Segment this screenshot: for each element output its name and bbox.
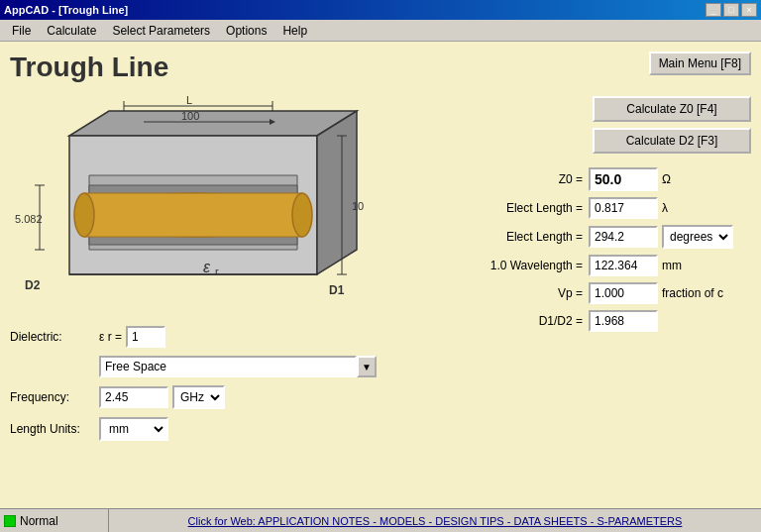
svg-text:ε: ε [203,259,211,275]
close-button[interactable]: × [741,3,757,17]
main-content: Trough Line Main Menu [F8] ε r [0,42,761,508]
length-units-row: Length Units: mm cm inch mil [10,417,377,441]
svg-text:10: 10 [352,200,364,212]
svg-text:r: r [215,266,219,277]
elect-length-lambda-input[interactable] [589,197,658,219]
material-dropdown-container: ▼ [10,356,377,377]
svg-text:L: L [186,96,192,106]
z0-input[interactable] [589,167,658,191]
degrees-select[interactable]: degrees radians [662,225,733,249]
main-menu-button[interactable]: Main Menu [F8] [649,52,751,75]
elect-length-degrees-row: Elect Length = degrees radians [474,225,751,249]
frequency-row: Frequency: GHz MHz [10,385,377,409]
wavelength-label: 1.0 Wavelength = [474,259,583,272]
dielectric-label: Dielectric: [10,330,99,344]
svg-text:D2: D2 [25,278,41,292]
frequency-label: Frequency: [10,390,99,404]
calculate-z0-button[interactable]: Calculate Z0 [F4] [593,96,751,122]
d1d2-row: D1/D2 = [474,310,751,332]
elect-length-degrees-input[interactable] [589,226,658,248]
title-bar-buttons: _ □ × [706,3,757,17]
page-title: Trough Line [10,52,751,83]
bottom-controls: Dielectric: ε r = ▼ Frequency: GHz MHz L… [10,326,377,449]
z0-unit: Ω [662,172,671,186]
calculate-d2-button[interactable]: Calculate D2 [F3] [593,128,751,154]
material-input[interactable] [99,356,357,377]
vp-input[interactable] [589,282,658,304]
menu-file[interactable]: File [4,22,39,40]
menu-calculate[interactable]: Calculate [39,22,104,40]
diagram-area: ε r L 100 5.082 D2 10 D1 [10,96,406,324]
z0-label: Z0 = [474,172,583,186]
svg-text:5.082: 5.082 [15,213,43,225]
epsilon-input[interactable] [126,326,165,348]
d1d2-label: D1/D2 = [474,314,583,328]
minimize-button[interactable]: _ [706,3,721,17]
svg-point-8 [74,193,94,237]
status-bar: Normal Click for Web: APPLICATION NOTES … [0,508,761,532]
title-bar-text: AppCAD - [Trough Line] [4,4,128,16]
svg-marker-0 [69,111,357,136]
menu-bar: File Calculate Select Parameters Options… [0,20,761,42]
svg-text:100: 100 [181,110,199,122]
wavelength-unit: mm [662,259,682,272]
vp-unit: fraction of c [662,286,723,300]
right-panel: Calculate Z0 [F4] Calculate D2 [F3] Z0 =… [474,96,751,338]
wavelength-input[interactable] [589,255,658,276]
maximize-button[interactable]: □ [723,3,739,17]
epsilon-label: ε r = [99,330,122,344]
elect-length-degrees-label: Elect Length = [474,230,583,244]
status-indicator [4,515,16,527]
title-bar: AppCAD - [Trough Line] _ □ × [0,0,761,20]
dielectric-row: Dielectric: ε r = [10,326,377,348]
frequency-input[interactable] [99,386,168,408]
vp-row: Vp = fraction of c [474,282,751,304]
vp-label: Vp = [474,286,583,300]
status-text: Normal [20,514,58,528]
svg-text:D1: D1 [329,283,345,297]
trough-line-diagram: ε r L 100 5.082 D2 10 D1 [10,96,386,314]
length-units-label: Length Units: [10,422,99,436]
menu-options[interactable]: Options [218,22,274,40]
wavelength-row: 1.0 Wavelength = mm [474,255,751,276]
d1d2-input[interactable] [589,310,658,332]
status-normal-panel: Normal [0,509,109,532]
material-dropdown-arrow[interactable]: ▼ [357,356,377,377]
menu-select-parameters[interactable]: Select Parameters [104,22,218,40]
elect-length-lambda-label: Elect Length = [474,201,583,215]
svg-rect-7 [84,193,302,237]
web-link[interactable]: Click for Web: APPLICATION NOTES - MODEL… [109,515,761,527]
z0-row: Z0 = Ω [474,167,751,191]
length-units-select[interactable]: mm cm inch mil [99,417,168,441]
elect-length-lambda-row: Elect Length = λ [474,197,751,219]
menu-help[interactable]: Help [274,22,315,40]
elect-length-lambda-unit: λ [662,201,668,215]
frequency-unit-select[interactable]: GHz MHz [172,385,225,409]
svg-point-9 [292,193,312,237]
